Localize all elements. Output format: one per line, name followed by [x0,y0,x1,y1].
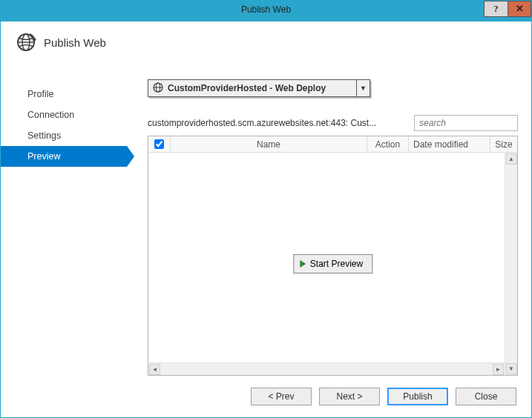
help-button[interactable]: ? [484,1,508,17]
scroll-left-icon[interactable]: ◄ [149,364,160,375]
main-panel: CustomProviderHosted - Web Deploy ▼ cust… [127,73,531,376]
sidebar-item-label: Settings [27,130,61,141]
scroll-right-icon[interactable]: ► [493,364,504,375]
profile-dropdown[interactable]: CustomProviderHosted - Web Deploy ▼ [148,79,370,97]
chevron-down-icon[interactable]: ▼ [356,80,370,96]
horizontal-scrollbar[interactable]: ◄ ► [148,362,505,375]
next-button[interactable]: Next > [319,388,380,405]
grid-col-name[interactable]: Name [171,136,367,152]
sidebar-item-preview[interactable]: Preview [1,146,127,167]
sidebar-item-profile[interactable]: Profile [1,84,127,104]
window-controls: ? ✕ [484,1,531,17]
grid-header: Name Action Date modified Size [148,136,517,153]
dialog-title: Publish Web [44,36,106,49]
titlebar: Publish Web ? ✕ [1,1,531,21]
vertical-scrollbar[interactable]: ▲ ▼ [505,153,517,375]
close-button[interactable]: Close [456,388,516,405]
start-preview-label: Start Preview [310,259,363,269]
window-title: Publish Web [241,4,291,15]
sidebar-item-connection[interactable]: Connection [1,104,127,125]
dialog-body: Profile Connection Settings Preview [1,73,531,376]
wizard-steps-sidebar: Profile Connection Settings Preview [1,73,127,376]
grid-body: Start Preview [148,153,517,375]
sidebar-item-label: Preview [27,151,60,162]
dialog-header: Publish Web [1,21,531,66]
connection-text: customproviderhosted.scm.azurewebsites.n… [148,118,405,128]
globe-small-icon [153,82,163,95]
grid-col-checkbox[interactable] [148,136,171,152]
grid-col-size[interactable]: Size [490,136,517,152]
connection-row: customproviderhosted.scm.azurewebsites.n… [148,115,518,131]
publish-button[interactable]: Publish [387,388,448,405]
select-all-checkbox[interactable] [154,139,164,149]
grid-col-action[interactable]: Action [367,136,409,152]
sidebar-item-label: Profile [27,89,53,99]
publish-web-window: Publish Web ? ✕ Publish Web [0,0,532,418]
dialog-footer: < Prev Next > Publish Close [1,376,531,417]
play-icon [300,260,306,268]
start-preview-button[interactable]: Start Preview [293,254,372,273]
search-input[interactable] [414,115,518,131]
client-area: Publish Web Profile Connection Settings … [1,21,531,417]
profile-dropdown-label: CustomProviderHosted - Web Deploy [168,83,326,93]
sidebar-item-label: Connection [27,110,74,120]
scroll-down-icon[interactable]: ▼ [506,363,517,374]
close-window-button[interactable]: ✕ [508,1,531,17]
prev-button[interactable]: < Prev [251,388,312,405]
sidebar-item-settings[interactable]: Settings [1,125,127,146]
profile-dropdown-body: CustomProviderHosted - Web Deploy [148,80,356,96]
grid-col-date[interactable]: Date modified [409,136,490,152]
scroll-up-icon[interactable]: ▲ [506,153,517,165]
globe-arrow-icon [16,32,36,53]
preview-grid: Name Action Date modified Size Start Pre… [148,136,518,376]
